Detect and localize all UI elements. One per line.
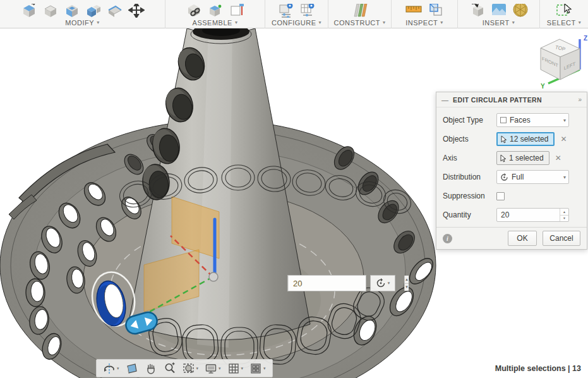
joint-icon[interactable] xyxy=(207,4,224,18)
orbit-icon xyxy=(103,362,116,375)
new-component-icon[interactable] xyxy=(186,4,202,18)
chevron-down-icon: ▾ xyxy=(383,20,386,25)
collapse-icon[interactable]: — xyxy=(441,96,448,104)
info-icon[interactable]: i xyxy=(443,234,452,243)
distribution-label: Distribution xyxy=(443,173,496,181)
look-at-icon xyxy=(126,362,138,375)
objects-label: Objects xyxy=(443,135,496,143)
chevron-down-icon: ▾ xyxy=(388,281,390,286)
press-pull-icon[interactable] xyxy=(21,4,37,18)
suppression-label: Suppression xyxy=(443,192,496,200)
chevron-down-icon: ▾ xyxy=(563,174,566,180)
construction-plane-icon[interactable] xyxy=(351,4,369,18)
grid-icon xyxy=(227,362,240,375)
move-copy-icon[interactable] xyxy=(128,4,145,18)
measure-icon[interactable] xyxy=(405,4,423,18)
display-settings-button[interactable]: ▾ xyxy=(202,361,224,376)
quantity-spin-down[interactable]: ▼ xyxy=(560,216,568,222)
object-type-row: Object Type Faces ▾ xyxy=(436,111,587,130)
viewports-button[interactable]: ▾ xyxy=(247,361,268,376)
full-distribution-icon xyxy=(500,173,508,181)
cancel-button[interactable]: Cancel xyxy=(543,231,580,246)
canvas-quantity-field: ▲ ▼ xyxy=(287,275,366,291)
shell-icon[interactable] xyxy=(64,4,80,18)
chevron-down-icon: ▾ xyxy=(196,366,199,371)
offset-face-icon[interactable] xyxy=(107,4,123,18)
section-analysis-icon[interactable] xyxy=(428,4,444,18)
look-at-button[interactable] xyxy=(123,361,141,376)
fit-button[interactable]: ▾ xyxy=(180,361,201,376)
chevron-down-icon: ▾ xyxy=(117,366,119,371)
combine-icon[interactable] xyxy=(85,4,102,18)
fusion-window: MODIFY▾ ASSEMBLE▾ CONFIGURE▾ CONSTRUCT▾ xyxy=(0,0,588,378)
grid-button[interactable]: ▾ xyxy=(225,361,246,376)
menu-modify[interactable]: MODIFY▾ xyxy=(65,19,99,27)
y-axis-label: Y xyxy=(541,83,545,90)
menu-configure[interactable]: CONFIGURE▾ xyxy=(272,19,321,27)
view-cube[interactable]: TOP FRONT LEFT Z Y xyxy=(531,32,588,92)
suppression-row: Suppression xyxy=(436,186,587,205)
dialog-header[interactable]: — EDIT CIRCULAR PATTERN » xyxy=(436,92,587,107)
quantity-label: Quantity xyxy=(443,210,496,219)
toolbar-group-construct: CONSTRUCT▾ xyxy=(328,0,392,28)
insert-mesh-icon[interactable] xyxy=(512,4,529,18)
menu-select[interactable]: SELECT▾ xyxy=(547,19,581,27)
menu-construct[interactable]: CONSTRUCT▾ xyxy=(333,19,385,27)
edit-circular-pattern-dialog: — EDIT CIRCULAR PATTERN » Object Type Fa… xyxy=(436,92,587,250)
objects-selection-button[interactable]: 12 selected xyxy=(496,132,555,146)
toolbar-group-insert: INSERT▾ xyxy=(458,0,540,28)
overflow-icon[interactable]: » xyxy=(578,96,582,103)
menu-assemble[interactable]: ASSEMBLE▾ xyxy=(193,19,238,27)
main-toolbar: MODIFY▾ ASSEMBLE▾ CONFIGURE▾ CONSTRUCT▾ xyxy=(0,0,588,28)
quantity-spin-up[interactable]: ▲ xyxy=(560,209,568,216)
object-type-select[interactable]: Faces ▾ xyxy=(496,113,569,127)
chevron-down-icon: ▾ xyxy=(241,366,244,371)
toolbar-group-assemble: ASSEMBLE▾ xyxy=(165,0,265,28)
axis-row: Axis 1 selected ✕ xyxy=(436,149,587,168)
distribution-select[interactable]: Full ▾ xyxy=(496,170,569,184)
z-axis-label: Z xyxy=(584,35,587,42)
menu-inspect[interactable]: INSPECT▾ xyxy=(405,19,443,27)
navigation-toolbar: ▾ ▾ ▾ ▾ xyxy=(96,359,273,377)
fillet-icon[interactable] xyxy=(42,4,59,18)
dialog-title: EDIT CIRCULAR PATTERN xyxy=(453,96,578,104)
toolbar-group-select: SELECT▾ xyxy=(540,0,588,28)
chevron-down-icon: ▾ xyxy=(263,366,266,371)
zoom-button[interactable] xyxy=(161,361,179,376)
viewport-canvas[interactable]: ▲ ▼ ▾ TOP FRONT LEFT Z Y ▾ xyxy=(0,28,588,378)
menu-insert[interactable]: INSERT▾ xyxy=(483,19,515,27)
viewports-icon xyxy=(249,362,262,375)
fit-icon xyxy=(183,362,195,375)
selection-status: Multiple selections | 13 xyxy=(495,364,581,373)
cursor-icon xyxy=(500,154,507,162)
clear-objects-icon[interactable]: ✕ xyxy=(560,135,567,143)
configuration-table-icon[interactable] xyxy=(299,4,316,18)
chevron-down-icon: ▾ xyxy=(318,20,321,25)
select-cursor-icon[interactable] xyxy=(556,4,572,18)
axis-selection-button[interactable]: 1 selected xyxy=(496,151,549,165)
cursor-icon xyxy=(501,135,507,143)
ok-button[interactable]: OK xyxy=(508,231,537,246)
clear-axis-icon[interactable]: ✕ xyxy=(555,154,561,162)
zoom-icon xyxy=(164,362,176,375)
dialog-footer: i OK Cancel xyxy=(436,227,587,249)
quantity-input[interactable] xyxy=(497,209,560,221)
origin-point[interactable] xyxy=(209,272,218,281)
spin-up-button[interactable]: ▲ xyxy=(405,276,409,284)
toolbar-group-inspect: INSPECT▾ xyxy=(392,0,458,28)
insert-derive-icon[interactable] xyxy=(469,4,486,18)
chevron-down-icon: ▾ xyxy=(219,366,221,371)
chevron-down-icon: ▾ xyxy=(97,20,100,25)
quantity-row: Quantity ▲ ▼ xyxy=(436,205,587,224)
distribution-row: Distribution Full ▾ xyxy=(436,168,587,186)
object-type-label: Object Type xyxy=(443,116,496,125)
pattern-type-button[interactable]: ▾ xyxy=(370,275,395,291)
suppression-checkbox[interactable] xyxy=(496,192,505,200)
spin-down-button[interactable]: ▼ xyxy=(405,284,409,291)
canvas-image-icon[interactable] xyxy=(491,4,507,18)
configure-icon[interactable] xyxy=(278,4,294,18)
rigid-group-icon[interactable] xyxy=(229,4,245,18)
pan-button[interactable] xyxy=(142,361,160,376)
orbit-button[interactable]: ▾ xyxy=(100,361,122,376)
chevron-down-icon: ▾ xyxy=(512,20,515,25)
